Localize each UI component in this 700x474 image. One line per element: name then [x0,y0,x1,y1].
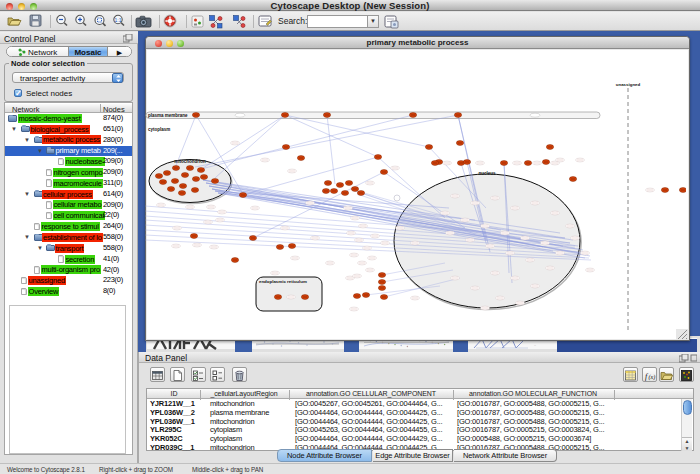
svg-text:unassigned: unassigned [616,82,641,87]
svg-text:cytoplasm: cytoplasm [148,127,170,132]
svg-text:1:1: 1:1 [115,17,122,23]
svg-text:..: .. [534,342,536,347]
svg-text:nucleus: nucleus [478,171,496,176]
svg-text:mitochondrion: mitochondrion [174,159,206,164]
svg-text:(x): (x) [649,374,656,381]
svg-text:endoplasmic reticulum: endoplasmic reticulum [259,279,307,284]
svg-text:plasma membrane: plasma membrane [148,113,188,118]
